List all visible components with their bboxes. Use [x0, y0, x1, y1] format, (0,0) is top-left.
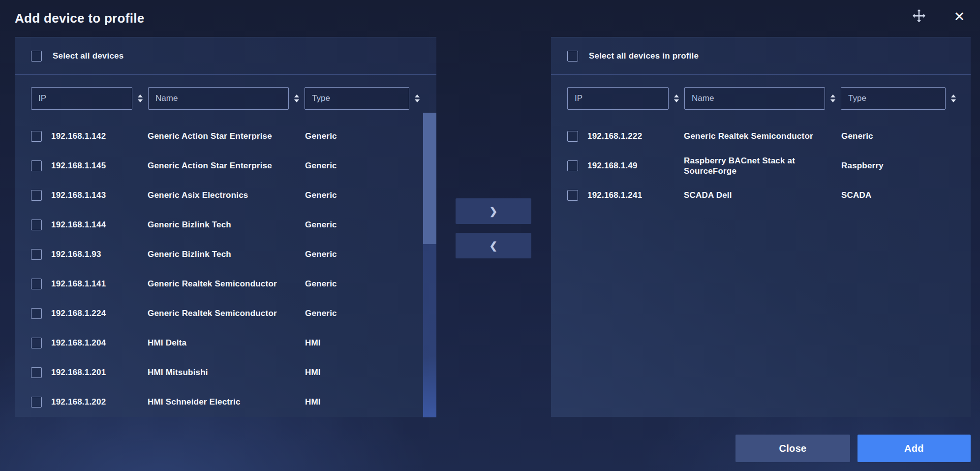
row-checkbox[interactable]	[31, 338, 42, 348]
cell-type: Generic	[841, 131, 971, 141]
cell-type: HMI	[305, 397, 436, 407]
remove-from-profile-button[interactable]: ❮	[456, 233, 531, 258]
sort-asc-icon	[951, 94, 956, 97]
chevron-right-icon: ❯	[490, 205, 498, 217]
row-checkbox[interactable]	[31, 249, 42, 260]
table-row: 192.168.1.93Generic Bizlink TechGeneric	[15, 240, 436, 269]
cell-ip: 192.168.1.144	[51, 220, 148, 230]
row-checkbox[interactable]	[567, 131, 578, 142]
sort-desc-icon	[951, 99, 956, 102]
cell-type: Generic	[305, 220, 436, 230]
sort-desc-icon	[674, 99, 679, 102]
row-checkbox[interactable]	[31, 308, 42, 319]
table-row: 192.168.1.145Generic Action Star Enterpr…	[15, 151, 436, 181]
table-row: 192.168.1.222Generic Realtek Semiconduct…	[551, 122, 971, 151]
cell-type: HMI	[305, 368, 436, 377]
header-actions: ✕	[909, 7, 969, 27]
table-row: 192.168.1.144Generic Bizlink TechGeneric	[15, 210, 436, 240]
cell-name: Generic Asix Electronics	[148, 190, 305, 200]
row-checkbox[interactable]	[31, 367, 42, 378]
sort-type-button[interactable]	[946, 94, 961, 102]
available-device-list: 192.168.1.142Generic Action Star Enterpr…	[15, 122, 436, 417]
table-row: 192.168.1.49Raspberry BACnet Stack at So…	[551, 151, 971, 181]
profile-filter-row	[551, 75, 971, 122]
sort-desc-icon	[415, 99, 420, 102]
cell-ip: 192.168.1.202	[51, 397, 148, 407]
profile-panel-header: Select all devices in profile	[551, 37, 971, 74]
sort-ip-button[interactable]	[669, 94, 684, 102]
cell-ip: 192.168.1.49	[587, 161, 684, 171]
cell-ip: 192.168.1.224	[51, 309, 148, 318]
cell-type: HMI	[305, 338, 436, 348]
add-button[interactable]: Add	[858, 435, 971, 462]
cell-name: Generic Action Star Enterprise	[148, 131, 305, 141]
sort-asc-icon	[294, 94, 299, 97]
sort-desc-icon	[294, 99, 299, 102]
close-button[interactable]: Close	[735, 435, 850, 462]
close-dialog-button[interactable]: ✕	[949, 7, 969, 27]
sort-desc-icon	[830, 99, 835, 102]
table-row: 192.168.1.202HMI Schneider ElectricHMI	[15, 387, 436, 417]
cell-ip: 192.168.1.145	[51, 161, 148, 171]
row-checkbox[interactable]	[31, 397, 42, 408]
cell-name: HMI Delta	[148, 338, 305, 348]
cell-ip: 192.168.1.204	[51, 338, 148, 348]
cell-type: Generic	[305, 250, 436, 259]
row-checkbox[interactable]	[31, 220, 42, 230]
table-row: 192.168.1.204HMI DeltaHMI	[15, 328, 436, 358]
cell-name: Generic Realtek Semiconductor	[148, 279, 305, 289]
sort-asc-icon	[415, 94, 420, 97]
sort-name-button[interactable]	[825, 94, 841, 102]
cell-type: Generic	[305, 190, 436, 200]
ip-filter-input[interactable]	[567, 87, 669, 110]
cell-ip: 192.168.1.141	[51, 279, 148, 289]
scrollbar[interactable]	[423, 113, 436, 417]
cell-ip: 192.168.1.143	[51, 190, 148, 200]
row-checkbox[interactable]	[567, 190, 578, 201]
row-checkbox[interactable]	[31, 279, 42, 289]
cell-name: SCADA Dell	[684, 190, 841, 200]
row-checkbox[interactable]	[567, 160, 578, 171]
type-filter-input[interactable]	[305, 87, 409, 110]
chevron-left-icon: ❮	[490, 240, 498, 251]
sort-asc-icon	[674, 94, 679, 97]
row-checkbox[interactable]	[31, 160, 42, 171]
cell-ip: 192.168.1.93	[51, 250, 148, 259]
row-checkbox[interactable]	[31, 131, 42, 142]
cell-name: Generic Realtek Semiconductor	[148, 308, 305, 318]
sort-ip-button[interactable]	[132, 94, 148, 102]
profile-device-list: 192.168.1.222Generic Realtek Semiconduct…	[551, 122, 971, 210]
available-panel-header: Select all devices	[15, 37, 436, 74]
scrollbar-thumb[interactable]	[423, 113, 436, 244]
table-row: 192.168.1.142Generic Action Star Enterpr…	[15, 122, 436, 151]
cell-type: SCADA	[841, 190, 971, 200]
type-filter-input[interactable]	[841, 87, 946, 110]
move-to-profile-button[interactable]: ❯	[456, 198, 531, 224]
cell-type: Generic	[305, 279, 436, 289]
close-icon: ✕	[954, 10, 965, 24]
sort-type-button[interactable]	[409, 94, 425, 102]
move-dialog-button[interactable]	[909, 7, 929, 27]
cell-type: Raspberry	[841, 161, 971, 171]
profile-devices-panel: Select all devices in profile 192.168.1.…	[551, 37, 971, 417]
row-checkbox[interactable]	[31, 190, 42, 201]
available-filter-row	[15, 75, 436, 122]
select-all-profile-devices-label: Select all devices in profile	[589, 51, 699, 61]
sort-name-button[interactable]	[289, 94, 305, 102]
table-row: 192.168.1.224Generic Realtek Semiconduct…	[15, 299, 436, 328]
page-title: Add device to profile	[15, 11, 144, 26]
cell-type: Generic	[305, 161, 436, 171]
name-filter-input[interactable]	[684, 87, 825, 110]
available-devices-panel: Select all devices 192.168.1.142Generic …	[15, 37, 436, 417]
cell-name: HMI Mitsubishi	[148, 367, 305, 377]
cell-name: Generic Action Star Enterprise	[148, 160, 305, 171]
select-all-profile-devices-checkbox[interactable]	[567, 51, 578, 62]
table-row: 192.168.1.143Generic Asix ElectronicsGen…	[15, 181, 436, 210]
cell-ip: 192.168.1.142	[51, 131, 148, 141]
name-filter-input[interactable]	[148, 87, 289, 110]
select-all-devices-checkbox[interactable]	[31, 51, 42, 62]
cell-name: Raspberry BACnet Stack at SourceForge	[684, 156, 841, 177]
cell-name: Generic Realtek Semiconductor	[684, 131, 841, 141]
ip-filter-input[interactable]	[31, 87, 132, 110]
cell-name: Generic Bizlink Tech	[148, 249, 305, 259]
